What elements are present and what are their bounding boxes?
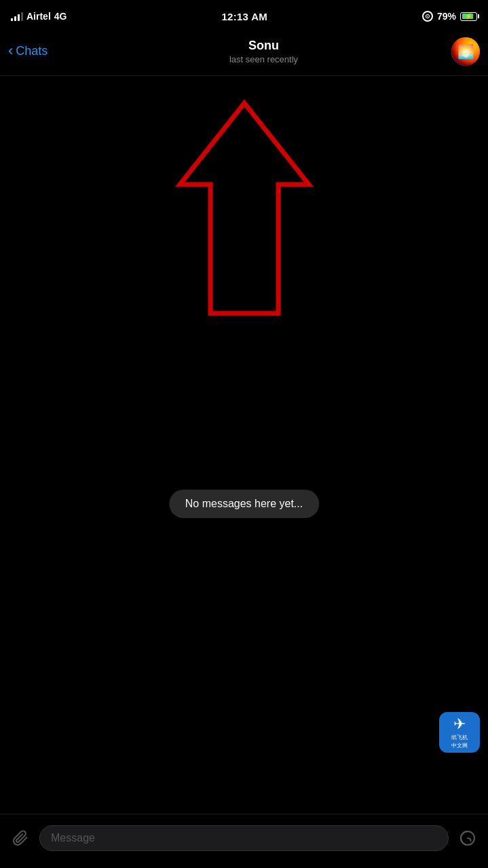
svg-marker-0 — [180, 103, 309, 313]
network-type-label: 4G — [54, 11, 67, 22]
contact-status: last seen recently — [229, 54, 298, 64]
watermark-icon: ✈ — [453, 715, 466, 733]
watermark-text-line1: 纸飞机 — [451, 734, 468, 741]
watermark: ✈ 纸飞机 中文网 — [439, 712, 480, 753]
carrier-label: Airtel — [26, 11, 51, 22]
location-icon: ⊙ — [422, 11, 433, 22]
message-placeholder: Message — [51, 832, 95, 844]
battery-icon: ⚡ — [460, 12, 477, 21]
signal-bars-icon — [11, 12, 23, 21]
nav-header: ‹ Chats Sonu last seen recently — [0, 30, 488, 76]
arrow-annotation — [159, 96, 329, 320]
header-center: Sonu last seen recently — [76, 39, 451, 64]
no-messages-badge: No messages here yet... — [169, 490, 319, 518]
battery-percent: 79% — [437, 11, 456, 22]
status-bar: Airtel 4G 12:13 AM ⊙ 79% ⚡ — [0, 0, 488, 30]
back-label: Chats — [16, 44, 48, 58]
watermark-text-line2: 中文网 — [451, 743, 468, 749]
attach-button[interactable] — [8, 826, 33, 850]
status-right: ⊙ 79% ⚡ — [422, 11, 477, 22]
back-button[interactable]: ‹ Chats — [8, 44, 76, 58]
avatar-image — [451, 37, 480, 66]
input-bar: Message — [0, 814, 488, 868]
contact-name[interactable]: Sonu — [248, 39, 279, 53]
status-time: 12:13 AM — [221, 11, 267, 22]
status-left: Airtel 4G — [11, 11, 67, 22]
chat-area: No messages here yet... ✈ 纸飞机 中文网 — [0, 76, 488, 814]
back-chevron-icon: ‹ — [8, 43, 13, 58]
avatar[interactable] — [451, 37, 480, 66]
message-input[interactable]: Message — [39, 825, 449, 851]
sticker-button[interactable] — [455, 826, 480, 850]
